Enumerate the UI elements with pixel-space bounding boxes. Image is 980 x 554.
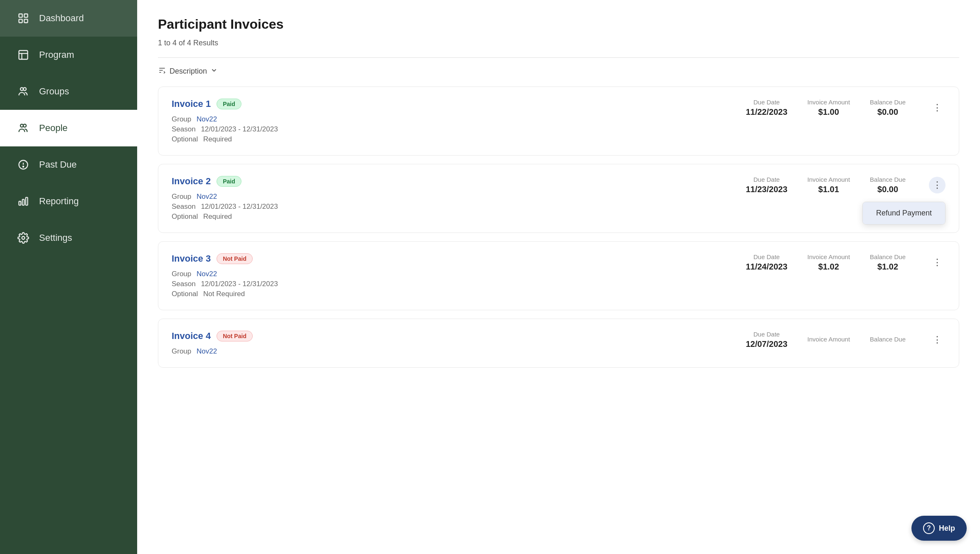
sidebar-item-reporting[interactable]: Reporting xyxy=(0,183,137,220)
optional-label: Optional xyxy=(172,135,198,143)
sidebar-item-dashboard[interactable]: Dashboard xyxy=(0,0,137,37)
invoice-amount-label: Invoice Amount xyxy=(808,253,850,260)
program-icon xyxy=(17,48,30,62)
invoice-amount-label: Invoice Amount xyxy=(808,336,850,343)
sidebar-item-settings[interactable]: Settings xyxy=(0,220,137,256)
sort-bar[interactable]: Description xyxy=(158,66,959,77)
balance-due-value: $0.00 xyxy=(870,107,906,117)
season-value: 12/01/2023 - 12/31/2023 xyxy=(201,280,278,288)
groups-icon xyxy=(17,85,30,98)
reporting-icon xyxy=(17,195,30,208)
sidebar-item-label: Past Due xyxy=(39,159,77,170)
optional-value: Not Required xyxy=(203,290,245,298)
balance-due-label: Balance Due xyxy=(870,253,906,260)
invoice-1-more-button[interactable]: ⋮ xyxy=(929,99,946,116)
sidebar-item-label: Program xyxy=(39,49,74,60)
invoice-amount-value: $1.01 xyxy=(808,185,850,194)
invoice-2-amounts: Due Date 11/23/2023 Invoice Amount $1.01… xyxy=(746,176,946,194)
svg-point-8 xyxy=(23,88,26,91)
sidebar-item-label: Groups xyxy=(39,86,69,97)
season-label: Season xyxy=(172,125,196,134)
invoice-2-more-button[interactable]: ⋮ xyxy=(929,177,946,193)
due-date-label: Due Date xyxy=(746,253,787,260)
chevron-down-icon xyxy=(210,67,218,76)
balance-due-col: Balance Due xyxy=(870,336,906,344)
svg-point-10 xyxy=(23,124,26,127)
invoice-4-title: Invoice 4 xyxy=(172,331,211,341)
invoice-amount-label: Invoice Amount xyxy=(808,99,850,106)
sidebar-item-label: Reporting xyxy=(39,196,79,207)
due-date-col: Due Date 11/24/2023 xyxy=(746,253,787,272)
sidebar-item-past-due[interactable]: Past Due xyxy=(0,146,137,183)
svg-rect-16 xyxy=(26,198,28,205)
svg-rect-15 xyxy=(22,199,25,205)
svg-rect-2 xyxy=(19,19,22,22)
sort-label: Description xyxy=(170,67,207,76)
svg-point-13 xyxy=(23,166,24,167)
refund-payment-item[interactable]: Refund Payment xyxy=(863,202,945,224)
invoice-info-4: Invoice 4 Not Paid Group Nov22 xyxy=(172,331,746,356)
invoice-1-title: Invoice 1 xyxy=(172,99,211,109)
season-label: Season xyxy=(172,203,196,211)
sidebar-item-program[interactable]: Program xyxy=(0,37,137,73)
invoice-amount-col: Invoice Amount $1.02 xyxy=(808,253,850,272)
due-date-col: Due Date 11/23/2023 xyxy=(746,176,787,194)
invoice-3-status-badge: Not Paid xyxy=(217,253,253,264)
invoice-card-2: Invoice 2 Paid Group Nov22 Season 12/01/… xyxy=(158,164,959,233)
help-button[interactable]: ? Help xyxy=(911,516,967,541)
group-value: Nov22 xyxy=(197,270,217,278)
svg-rect-14 xyxy=(19,201,21,205)
balance-due-col: Balance Due $0.00 xyxy=(870,176,906,194)
help-circle-icon: ? xyxy=(923,522,935,534)
invoice-amount-col: Invoice Amount $1.00 xyxy=(808,99,850,117)
group-label: Group xyxy=(172,270,191,278)
svg-point-17 xyxy=(22,237,25,240)
invoice-amount-col: Invoice Amount $1.01 xyxy=(808,176,850,194)
invoice-4-meta: Group Nov22 xyxy=(172,347,746,356)
due-date-col: Due Date 12/07/2023 xyxy=(746,331,787,349)
sidebar-item-groups[interactable]: Groups xyxy=(0,73,137,110)
invoice-1-amounts: Due Date 11/22/2023 Invoice Amount $1.00… xyxy=(746,99,946,117)
invoice-amount-value: $1.02 xyxy=(808,262,850,272)
invoice-amount-value: $1.00 xyxy=(808,107,850,117)
sidebar-item-label: Settings xyxy=(39,232,72,243)
group-value: Nov22 xyxy=(197,193,217,201)
dashboard-icon xyxy=(17,12,30,25)
main-content: Participant Invoices 1 to 4 of 4 Results… xyxy=(137,0,980,554)
past-due-icon xyxy=(17,158,30,171)
sort-icon xyxy=(158,66,166,77)
group-label: Group xyxy=(172,115,191,124)
invoice-2-status-badge: Paid xyxy=(217,176,241,187)
results-count: 1 to 4 of 4 Results xyxy=(158,39,959,47)
invoice-info-1: Invoice 1 Paid Group Nov22 Season 12/01/… xyxy=(172,99,746,143)
help-label: Help xyxy=(939,524,955,533)
invoice-info-3: Invoice 3 Not Paid Group Nov22 Season 12… xyxy=(172,253,746,298)
invoice-4-more-button[interactable]: ⋮ xyxy=(929,331,946,348)
invoice-3-more-button[interactable]: ⋮ xyxy=(929,254,946,271)
optional-label: Optional xyxy=(172,213,198,221)
sidebar-item-label: People xyxy=(39,123,68,134)
balance-due-label: Balance Due xyxy=(870,99,906,106)
invoice-1-meta: Group Nov22 Season 12/01/2023 - 12/31/20… xyxy=(172,115,746,143)
people-icon xyxy=(17,121,30,135)
balance-due-label: Balance Due xyxy=(870,336,906,343)
invoice-card-1: Invoice 1 Paid Group Nov22 Season 12/01/… xyxy=(158,87,959,156)
invoice-4-amounts: Due Date 12/07/2023 Invoice Amount Balan… xyxy=(746,331,946,349)
group-label: Group xyxy=(172,193,191,201)
svg-rect-4 xyxy=(19,51,28,59)
optional-value: Required xyxy=(203,135,232,143)
due-date-value: 11/24/2023 xyxy=(746,262,787,272)
invoice-3-title: Invoice 3 xyxy=(172,253,211,264)
balance-due-col: Balance Due $1.02 xyxy=(870,253,906,272)
invoice-2-meta: Group Nov22 Season 12/01/2023 - 12/31/20… xyxy=(172,193,746,221)
invoice-4-status-badge: Not Paid xyxy=(217,331,253,341)
invoice-card-3: Invoice 3 Not Paid Group Nov22 Season 12… xyxy=(158,241,959,310)
balance-due-col: Balance Due $0.00 xyxy=(870,99,906,117)
invoice-info-2: Invoice 2 Paid Group Nov22 Season 12/01/… xyxy=(172,176,746,221)
invoice-3-meta: Group Nov22 Season 12/01/2023 - 12/31/20… xyxy=(172,270,746,298)
due-date-value: 11/22/2023 xyxy=(746,107,787,117)
page-title: Participant Invoices xyxy=(158,17,959,32)
sidebar-item-people[interactable]: People xyxy=(0,110,137,146)
group-value: Nov22 xyxy=(197,115,217,124)
optional-label: Optional xyxy=(172,290,198,298)
